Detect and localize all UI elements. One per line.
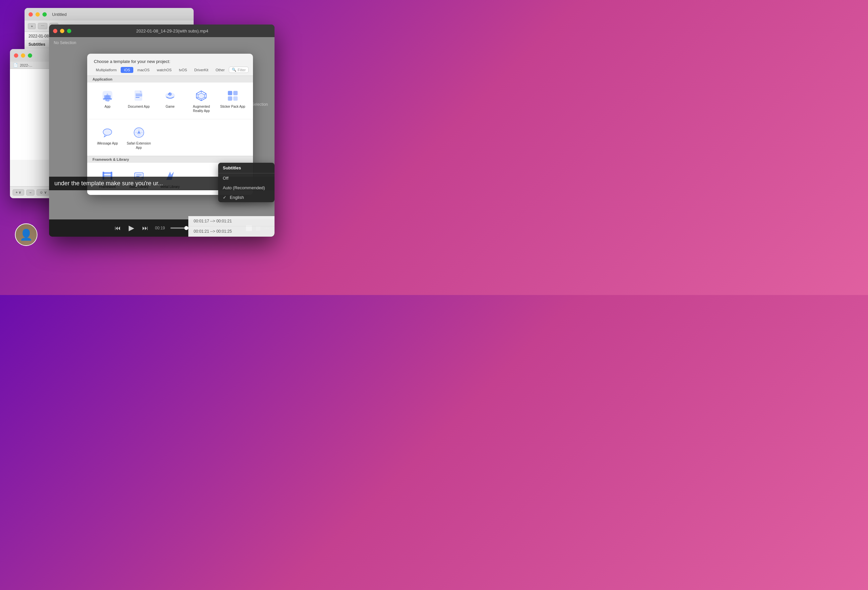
- xcode-item-safari[interactable]: Safari Extension App: [124, 122, 154, 152]
- maximize-button-green[interactable]: [43, 12, 47, 16]
- rewind-button[interactable]: ⏮: [114, 223, 122, 233]
- progress-thumb: [185, 226, 188, 230]
- tab-multiplatform[interactable]: Multiplatform: [93, 67, 120, 73]
- ar-icon: [194, 88, 208, 103]
- imessage-label: iMessage App: [97, 141, 118, 146]
- tab-other[interactable]: Other: [212, 67, 228, 73]
- svg-text:App: App: [105, 99, 110, 102]
- time-display: 00:19: [155, 226, 165, 230]
- application-section-label: Application: [87, 75, 253, 83]
- subtitle-title-bar: Untitled: [25, 8, 193, 21]
- tab-watchos[interactable]: watchOS: [154, 67, 175, 73]
- imessage-icon: [100, 125, 115, 140]
- timestamp-1: 00:01:17 --> 00:01:21: [188, 216, 275, 226]
- subtitle-window-title: Untitled: [52, 12, 66, 17]
- progress-fill: [170, 227, 186, 229]
- safari-label: Safari Extension App: [125, 141, 152, 150]
- svg-rect-19: [228, 91, 232, 95]
- main-title-bar: 2022-01-08_14-29-23(with subs).mp4: [49, 25, 275, 37]
- no-selection-left-label: No Selection: [54, 40, 76, 45]
- tracks-maximize-button[interactable]: [28, 53, 32, 58]
- svg-marker-12: [198, 93, 205, 99]
- forward-button[interactable]: ⏭: [141, 223, 149, 233]
- xcode-item-sticker[interactable]: Sticker Pack App: [218, 86, 248, 116]
- timestamp-2: 00:01:21 --> 00:01:25: [188, 226, 275, 237]
- main-minimize-button[interactable]: [60, 29, 64, 33]
- svg-rect-20: [233, 91, 238, 95]
- tracks-remove-btn[interactable]: −: [26, 190, 34, 196]
- app-label: App: [105, 105, 111, 109]
- svg-rect-29: [103, 175, 112, 177]
- popup-item-off[interactable]: Off: [218, 173, 275, 183]
- main-video-window: 2022-01-08_14-29-23(with subs).mp4 No Se…: [49, 25, 275, 237]
- svg-rect-22: [233, 96, 238, 101]
- subtitles-popup: Subtitles Off Auto (Recommended) English: [218, 163, 275, 202]
- svg-point-23: [103, 129, 112, 136]
- subtitle-overlay-text: under the template make sure you're ur..…: [55, 180, 163, 187]
- main-close-button[interactable]: [53, 29, 58, 33]
- svg-rect-28: [103, 173, 112, 174]
- tracks-emoji-btn[interactable]: ☺ ∨: [37, 189, 50, 196]
- toolbar-more-button[interactable]: ⋯: [38, 23, 47, 29]
- xcode-item-imessage[interactable]: iMessage App: [93, 122, 123, 152]
- xcode-tabs: Multiplatform iOS macOS watchOS tvOS Dri…: [87, 66, 253, 75]
- ar-label: Augmented Reality App: [187, 105, 215, 113]
- popup-item-auto[interactable]: Auto (Recommended): [218, 183, 275, 193]
- xcode-item-app[interactable]: App App: [93, 86, 123, 116]
- tab-tvos[interactable]: tvOS: [176, 67, 190, 73]
- tab-driverkit[interactable]: DriverKit: [191, 67, 211, 73]
- toolbar-plus-button[interactable]: +: [28, 23, 36, 29]
- svg-rect-21: [228, 96, 232, 101]
- avatar: 👤: [15, 223, 37, 246]
- application-grid: App App: [87, 83, 253, 119]
- xcode-item-ar[interactable]: Augmented Reality App: [186, 86, 216, 116]
- xcode-filter-input[interactable]: 🔍 Filter: [229, 66, 249, 73]
- tracks-file-name: 2022-...: [20, 63, 32, 67]
- xcode-dialog-header: Choose a template for your new project:: [87, 54, 253, 66]
- document-icon: [131, 88, 146, 103]
- video-area: No Selection No Selection Choose a templ…: [49, 37, 275, 220]
- tab-ios[interactable]: iOS: [121, 67, 133, 73]
- sticker-label: Sticker Pack App: [220, 105, 245, 109]
- timestamp-panel: 00:01:17 --> 00:01:21 00:01:21 --> 00:01…: [188, 216, 275, 237]
- popup-header: Subtitles: [218, 163, 275, 173]
- tab-macos[interactable]: macOS: [134, 67, 153, 73]
- minimize-button-yellow[interactable]: [35, 12, 40, 16]
- tracks-close-button[interactable]: [14, 53, 18, 58]
- framework-section-label: Framework & Library: [87, 156, 253, 163]
- xcode-item-game[interactable]: Game: [155, 86, 185, 116]
- document-label: Document App: [128, 105, 150, 109]
- safari-icon: [131, 125, 146, 140]
- tracks-add-btn[interactable]: + ∨: [13, 189, 24, 196]
- game-label: Game: [165, 105, 174, 109]
- tracks-minimize-button[interactable]: [21, 53, 25, 58]
- filter-placeholder: Filter: [238, 68, 246, 72]
- svg-point-9: [168, 93, 172, 96]
- svg-rect-1: [104, 95, 111, 99]
- application-grid2: iMessage App Safari Extension App: [87, 119, 253, 156]
- game-icon: [163, 88, 177, 103]
- app-icon: App: [100, 88, 115, 103]
- xcode-item-document[interactable]: Document App: [124, 86, 154, 116]
- popup-item-english[interactable]: English: [218, 193, 275, 202]
- main-maximize-button[interactable]: [67, 29, 71, 33]
- play-button[interactable]: ▶: [127, 223, 136, 234]
- main-window-title: 2022-01-08_14-29-23(with subs).mp4: [74, 28, 270, 34]
- close-button-red[interactable]: [28, 12, 33, 16]
- sticker-icon: [226, 88, 240, 103]
